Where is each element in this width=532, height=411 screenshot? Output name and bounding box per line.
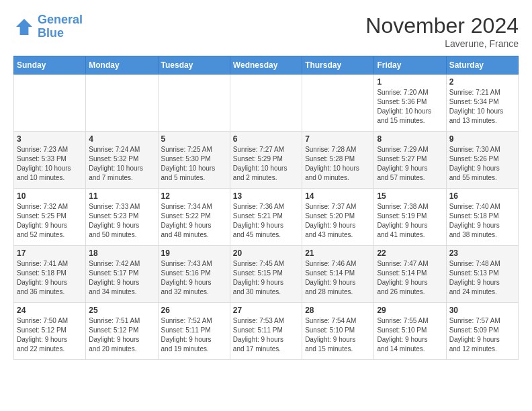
day-info: Sunrise: 7:42 AM Sunset: 5:17 PM Dayligh… [89,259,154,297]
day-info: Sunrise: 7:40 AM Sunset: 5:18 PM Dayligh… [449,202,515,240]
day-number: 28 [305,306,371,315]
day-info: Sunrise: 7:21 AM Sunset: 5:34 PM Dayligh… [449,88,515,126]
calendar-cell: 16Sunrise: 7:40 AM Sunset: 5:18 PM Dayli… [446,189,518,246]
day-info: Sunrise: 7:54 AM Sunset: 5:10 PM Dayligh… [305,316,371,354]
calendar-cell [158,75,230,132]
day-number: 5 [161,134,227,144]
day-info: Sunrise: 7:47 AM Sunset: 5:14 PM Dayligh… [377,259,443,297]
day-number: 11 [89,191,154,201]
day-number: 12 [161,191,227,201]
calendar-cell: 8Sunrise: 7:29 AM Sunset: 5:27 PM Daylig… [374,132,446,189]
day-number: 10 [17,191,83,201]
calendar-cell: 5Sunrise: 7:25 AM Sunset: 5:30 PM Daylig… [158,132,230,189]
day-number: 13 [233,191,299,201]
calendar-cell: 25Sunrise: 7:51 AM Sunset: 5:12 PM Dayli… [86,303,158,360]
calendar-cell: 1Sunrise: 7:20 AM Sunset: 5:36 PM Daylig… [374,75,446,132]
calendar-week-row: 24Sunrise: 7:50 AM Sunset: 5:12 PM Dayli… [14,303,519,360]
day-number: 17 [17,248,83,258]
calendar-cell: 20Sunrise: 7:45 AM Sunset: 5:15 PM Dayli… [230,246,302,303]
day-info: Sunrise: 7:57 AM Sunset: 5:09 PM Dayligh… [449,316,515,354]
day-info: Sunrise: 7:50 AM Sunset: 5:12 PM Dayligh… [17,316,83,354]
day-number: 18 [89,248,154,258]
month-title: November 2024 [365,13,519,38]
day-info: Sunrise: 7:32 AM Sunset: 5:25 PM Dayligh… [17,202,83,240]
calendar-week-row: 10Sunrise: 7:32 AM Sunset: 5:25 PM Dayli… [14,189,519,246]
day-info: Sunrise: 7:20 AM Sunset: 5:36 PM Dayligh… [377,88,443,126]
day-info: Sunrise: 7:24 AM Sunset: 5:32 PM Dayligh… [89,145,154,183]
logo-blue: Blue [38,27,83,40]
weekday-header: Monday [86,56,158,75]
location: Laverune, France [365,38,519,49]
logo: General Blue [13,13,83,40]
day-info: Sunrise: 7:41 AM Sunset: 5:18 PM Dayligh… [17,259,83,297]
day-number: 21 [305,248,371,258]
calendar-cell: 11Sunrise: 7:33 AM Sunset: 5:23 PM Dayli… [86,189,158,246]
day-number: 4 [89,134,154,144]
weekday-header: Friday [374,56,446,75]
calendar-cell: 24Sunrise: 7:50 AM Sunset: 5:12 PM Dayli… [14,303,86,360]
calendar-cell: 14Sunrise: 7:37 AM Sunset: 5:20 PM Dayli… [302,189,374,246]
day-number: 7 [305,134,371,144]
day-info: Sunrise: 7:34 AM Sunset: 5:22 PM Dayligh… [161,202,227,240]
day-number: 20 [233,248,299,258]
day-number: 27 [233,306,299,315]
calendar-cell: 6Sunrise: 7:27 AM Sunset: 5:29 PM Daylig… [230,132,302,189]
day-number: 26 [161,306,227,315]
day-number: 24 [17,306,83,315]
calendar-week-row: 1Sunrise: 7:20 AM Sunset: 5:36 PM Daylig… [14,75,519,132]
calendar-cell: 15Sunrise: 7:38 AM Sunset: 5:19 PM Dayli… [374,189,446,246]
day-number: 8 [377,134,443,144]
day-info: Sunrise: 7:52 AM Sunset: 5:11 PM Dayligh… [161,316,227,354]
weekday-header: Thursday [302,56,374,75]
calendar-cell: 19Sunrise: 7:43 AM Sunset: 5:16 PM Dayli… [158,246,230,303]
day-number: 29 [377,306,443,315]
calendar-cell [14,75,86,132]
day-number: 3 [17,134,83,144]
day-info: Sunrise: 7:27 AM Sunset: 5:29 PM Dayligh… [233,145,299,183]
calendar-cell: 4Sunrise: 7:24 AM Sunset: 5:32 PM Daylig… [86,132,158,189]
calendar-header-row: SundayMondayTuesdayWednesdayThursdayFrid… [14,56,519,75]
day-info: Sunrise: 7:51 AM Sunset: 5:12 PM Dayligh… [89,316,154,354]
calendar-cell [302,75,374,132]
day-number: 19 [161,248,227,258]
day-number: 15 [377,191,443,201]
calendar-cell: 30Sunrise: 7:57 AM Sunset: 5:09 PM Dayli… [446,303,518,360]
calendar-cell: 7Sunrise: 7:28 AM Sunset: 5:28 PM Daylig… [302,132,374,189]
day-number: 16 [449,191,515,201]
day-info: Sunrise: 7:29 AM Sunset: 5:27 PM Dayligh… [377,145,443,183]
day-info: Sunrise: 7:30 AM Sunset: 5:26 PM Dayligh… [449,145,515,183]
day-info: Sunrise: 7:33 AM Sunset: 5:23 PM Dayligh… [89,202,154,240]
day-info: Sunrise: 7:38 AM Sunset: 5:19 PM Dayligh… [377,202,443,240]
calendar-cell: 12Sunrise: 7:34 AM Sunset: 5:22 PM Dayli… [158,189,230,246]
weekday-header: Tuesday [158,56,230,75]
weekday-header: Sunday [14,56,86,75]
logo-text: General Blue [38,13,83,40]
calendar-cell: 28Sunrise: 7:54 AM Sunset: 5:10 PM Dayli… [302,303,374,360]
calendar-cell [86,75,158,132]
calendar-cell: 18Sunrise: 7:42 AM Sunset: 5:17 PM Dayli… [86,246,158,303]
day-number: 2 [449,77,515,87]
calendar-week-row: 17Sunrise: 7:41 AM Sunset: 5:18 PM Dayli… [14,246,519,303]
svg-marker-0 [16,19,32,35]
calendar-cell: 27Sunrise: 7:53 AM Sunset: 5:11 PM Dayli… [230,303,302,360]
calendar-cell: 9Sunrise: 7:30 AM Sunset: 5:26 PM Daylig… [446,132,518,189]
day-number: 14 [305,191,371,201]
day-number: 1 [377,77,443,87]
day-info: Sunrise: 7:43 AM Sunset: 5:16 PM Dayligh… [161,259,227,297]
calendar-cell: 29Sunrise: 7:55 AM Sunset: 5:10 PM Dayli… [374,303,446,360]
calendar-week-row: 3Sunrise: 7:23 AM Sunset: 5:33 PM Daylig… [14,132,519,189]
logo-icon [13,16,35,38]
calendar-cell: 23Sunrise: 7:48 AM Sunset: 5:13 PM Dayli… [446,246,518,303]
day-info: Sunrise: 7:23 AM Sunset: 5:33 PM Dayligh… [17,145,83,183]
day-number: 23 [449,248,515,258]
day-info: Sunrise: 7:28 AM Sunset: 5:28 PM Dayligh… [305,145,371,183]
calendar-cell [230,75,302,132]
day-info: Sunrise: 7:36 AM Sunset: 5:21 PM Dayligh… [233,202,299,240]
calendar-table: SundayMondayTuesdayWednesdayThursdayFrid… [13,56,519,360]
calendar-cell: 10Sunrise: 7:32 AM Sunset: 5:25 PM Dayli… [14,189,86,246]
day-info: Sunrise: 7:25 AM Sunset: 5:30 PM Dayligh… [161,145,227,183]
weekday-header: Saturday [446,56,518,75]
day-number: 9 [449,134,515,144]
day-number: 22 [377,248,443,258]
page-header: General Blue November 2024 Laverune, Fra… [13,13,519,49]
